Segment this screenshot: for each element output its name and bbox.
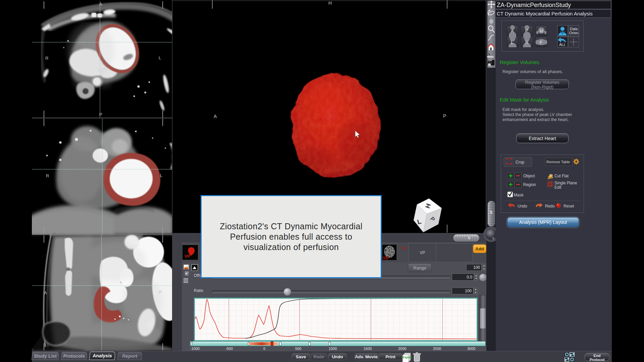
svg-text:R: R bbox=[45, 56, 48, 61]
svg-text:VB: VB bbox=[383, 256, 388, 260]
svg-text:R: R bbox=[46, 173, 49, 178]
svg-text:Remove Table: Remove Table bbox=[546, 160, 570, 164]
svg-text:Edit: Edit bbox=[554, 185, 561, 190]
svg-text:L: L bbox=[160, 173, 162, 178]
svg-text:Object: Object bbox=[523, 174, 535, 178]
svg-text:P: P bbox=[443, 113, 446, 119]
svg-text:Single Plane: Single Plane bbox=[554, 181, 577, 185]
svg-text:MENU: MENU bbox=[487, 56, 494, 58]
svg-text:P: P bbox=[159, 290, 162, 295]
svg-text:ALL: ALL bbox=[559, 43, 566, 47]
svg-text:Export: Export bbox=[402, 356, 412, 359]
svg-text:Cut Flat: Cut Flat bbox=[554, 174, 569, 178]
svg-text:A: A bbox=[511, 28, 514, 34]
svg-text:F: F bbox=[540, 40, 542, 45]
svg-text:R: R bbox=[525, 40, 528, 45]
svg-text:Redo: Redo bbox=[545, 204, 555, 208]
svg-text:H: H bbox=[328, 0, 332, 6]
svg-text:Undo: Undo bbox=[518, 204, 527, 208]
svg-text:Orien.: Orien. bbox=[569, 31, 579, 35]
svg-text:L: L bbox=[159, 55, 161, 60]
svg-text:Region: Region bbox=[523, 182, 536, 187]
svg-text:Data: Data bbox=[570, 27, 578, 31]
svg-text:A: A bbox=[214, 114, 217, 119]
svg-text:A: A bbox=[44, 290, 47, 295]
svg-text:Crop: Crop bbox=[516, 160, 524, 165]
svg-text:5: 5 bbox=[492, 237, 494, 240]
svg-text:L: L bbox=[511, 40, 513, 45]
svg-text:A: A bbox=[99, 2, 102, 7]
svg-text:P: P bbox=[99, 112, 102, 117]
svg-text:VP: VP bbox=[184, 254, 190, 259]
svg-text:Mask: Mask bbox=[514, 193, 524, 197]
svg-text:Reset: Reset bbox=[564, 204, 574, 208]
svg-text:H: H bbox=[540, 28, 543, 34]
svg-text:P: P bbox=[525, 28, 528, 33]
